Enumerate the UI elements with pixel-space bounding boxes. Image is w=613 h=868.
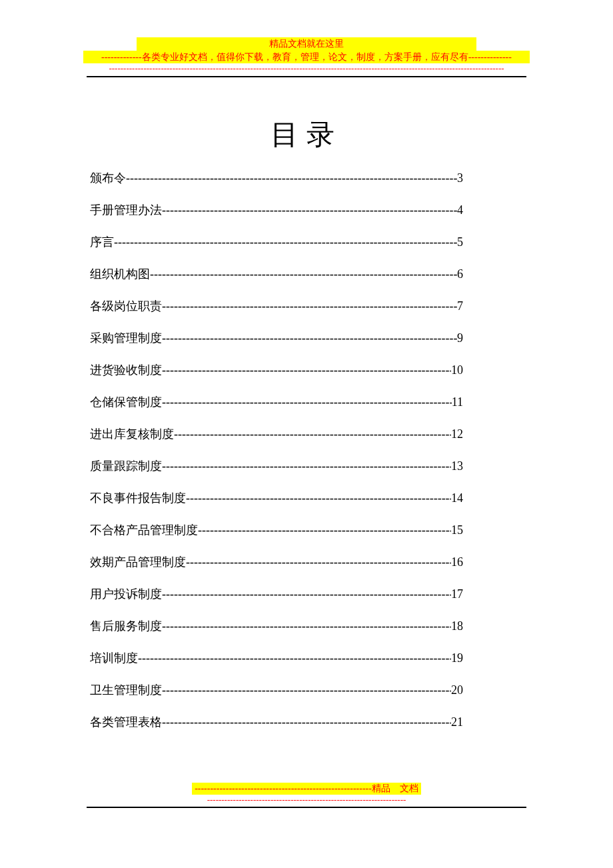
toc-item-page: 12 (451, 428, 463, 440)
toc-leader-dashes: ----------------------------------------… (126, 172, 457, 184)
page-header: 精品文档就在这里 -------------各类专业好文档，值得你下载，教育，管… (0, 0, 613, 77)
header-underline (87, 76, 526, 77)
toc-row: 不良事件报告制度--------------------------------… (90, 492, 463, 504)
toc-leader-dashes: ----------------------------------------… (162, 588, 451, 600)
toc-item-title: 用户投诉制度 (90, 588, 162, 600)
header-red-dashes: ----------------------------------------… (0, 63, 613, 75)
toc-item-page: 14 (451, 492, 463, 504)
toc-item-page: 11 (452, 396, 463, 408)
toc-leader-dashes: ----------------------------------------… (150, 268, 457, 280)
toc-row: 序言--------------------------------------… (90, 236, 463, 248)
toc-item-page: 7 (457, 300, 463, 312)
toc-item-page: 19 (451, 652, 463, 664)
toc-row: 进出库复核制度---------------------------------… (90, 428, 463, 440)
toc-row: 效期产品管理制度--------------------------------… (90, 556, 463, 568)
toc-item-title: 仓储保管制度 (90, 396, 162, 408)
toc-item-title: 效期产品管理制度 (90, 556, 186, 568)
footer-label-2: 文档 (400, 783, 418, 793)
toc-item-page: 16 (451, 556, 463, 568)
toc-leader-dashes: ----------------------------------------… (162, 300, 457, 312)
toc-item-title: 序言 (90, 236, 114, 248)
toc-item-page: 18 (451, 620, 463, 632)
toc-item-title: 不合格产品管理制度 (90, 524, 198, 536)
footer-highlight: ----------------------------------------… (192, 783, 421, 795)
footer-red-dashes: ----------------------------------------… (0, 795, 613, 805)
toc-item-title: 采购管理制度 (90, 332, 162, 344)
toc-item-title: 卫生管理制度 (90, 684, 162, 696)
toc-leader-dashes: ----------------------------------------… (162, 204, 457, 216)
toc-row: 不合格产品管理制度-------------------------------… (90, 524, 463, 536)
header-line2-text: 各类专业好文档，值得你下载，教育，管理，论文，制度，方案手册，应有尽有 (142, 52, 468, 62)
toc-row: 组织机构图-----------------------------------… (90, 268, 463, 280)
toc-leader-dashes: ----------------------------------------… (174, 428, 451, 440)
toc-row: 卫生管理制度----------------------------------… (90, 684, 463, 696)
toc-item-page: 21 (451, 716, 463, 728)
toc-leader-dashes: ----------------------------------------… (198, 524, 451, 536)
toc-leader-dashes: ----------------------------------------… (162, 364, 451, 376)
toc-leader-dashes: ----------------------------------------… (186, 556, 451, 568)
toc-item-title: 进货验收制度 (90, 364, 162, 376)
footer-dashes-left: ----------------------------------------… (195, 783, 372, 793)
toc-item-page: 13 (451, 460, 463, 472)
toc-item-title: 进出库复核制度 (90, 428, 174, 440)
toc-leader-dashes: ----------------------------------------… (162, 332, 457, 344)
page-title: 目录 (0, 116, 613, 153)
page-footer: ----------------------------------------… (0, 782, 613, 808)
toc-item-title: 颁布令 (90, 172, 126, 184)
toc-row: 进货验收制度----------------------------------… (90, 364, 463, 376)
toc-item-page: 10 (451, 364, 463, 376)
toc-row: 售后服务制度----------------------------------… (90, 620, 463, 632)
header-line2-suffix: -------------- (468, 52, 512, 62)
toc-item-title: 质量跟踪制度 (90, 460, 162, 472)
toc-item-page: 15 (451, 524, 463, 536)
toc-row: 用户投诉制度----------------------------------… (90, 588, 463, 600)
toc-item-page: 5 (457, 236, 463, 248)
toc-item-title: 组织机构图 (90, 268, 150, 280)
toc-row: 采购管理制度----------------------------------… (90, 332, 463, 344)
toc-item-page: 9 (457, 332, 463, 344)
toc-item-title: 不良事件报告制度 (90, 492, 186, 504)
toc-item-title: 售后服务制度 (90, 620, 162, 632)
toc-item-page: 6 (457, 268, 463, 280)
toc-item-page: 17 (451, 588, 463, 600)
toc-row: 颁布令-------------------------------------… (90, 172, 463, 184)
toc-leader-dashes: ----------------------------------------… (162, 620, 451, 632)
toc-item-title: 各类管理表格 (90, 716, 162, 728)
toc-leader-dashes: ----------------------------------------… (138, 652, 451, 664)
toc-item-page: 20 (451, 684, 463, 696)
toc-leader-dashes: ----------------------------------------… (162, 460, 451, 472)
toc-item-page: 3 (457, 172, 463, 184)
footer-underline (87, 807, 526, 808)
header-line2-prefix: ------------- (101, 52, 142, 62)
toc-row: 培训制度------------------------------------… (90, 652, 463, 664)
toc-leader-dashes: ----------------------------------------… (162, 396, 452, 408)
header-highlight-1: 精品文档就在这里 (137, 37, 476, 51)
header-highlight-2: -------------各类专业好文档，值得你下载，教育，管理，论文，制度，方… (83, 51, 530, 64)
toc-row: 各类管理表格----------------------------------… (90, 716, 463, 728)
toc-item-title: 培训制度 (90, 652, 138, 664)
toc-row: 质量跟踪制度----------------------------------… (90, 460, 463, 472)
toc-item-title: 手册管理办法 (90, 204, 162, 216)
toc-row: 手册管理办法----------------------------------… (90, 204, 463, 216)
toc-leader-dashes: ----------------------------------------… (162, 684, 451, 696)
table-of-contents: 颁布令-------------------------------------… (90, 172, 463, 728)
toc-item-title: 各级岗位职责 (90, 300, 162, 312)
footer-label-1: 精品 (372, 783, 390, 793)
toc-row: 仓储保管制度----------------------------------… (90, 396, 463, 408)
toc-leader-dashes: ----------------------------------------… (114, 236, 457, 248)
toc-row: 各级岗位职责----------------------------------… (90, 300, 463, 312)
toc-leader-dashes: ----------------------------------------… (162, 716, 451, 728)
toc-leader-dashes: ----------------------------------------… (186, 492, 451, 504)
toc-item-page: 4 (457, 204, 463, 216)
